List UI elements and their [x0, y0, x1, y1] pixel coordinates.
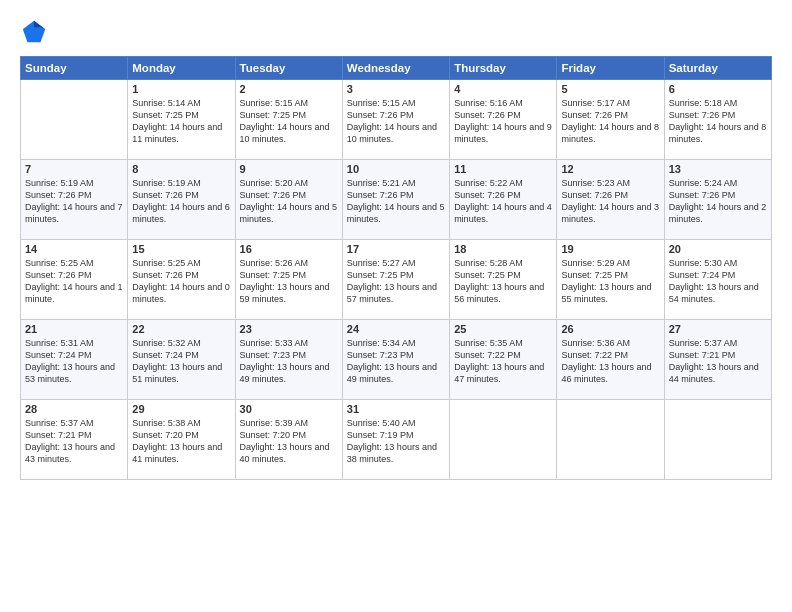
day-number: 22 [132, 323, 230, 335]
calendar-week-row: 14Sunrise: 5:25 AMSunset: 7:26 PMDayligh… [21, 240, 772, 320]
day-number: 29 [132, 403, 230, 415]
calendar-week-row: 1Sunrise: 5:14 AMSunset: 7:25 PMDaylight… [21, 80, 772, 160]
calendar-cell: 7Sunrise: 5:19 AMSunset: 7:26 PMDaylight… [21, 160, 128, 240]
day-number: 26 [561, 323, 659, 335]
calendar-week-row: 28Sunrise: 5:37 AMSunset: 7:21 PMDayligh… [21, 400, 772, 480]
day-info: Sunrise: 5:30 AMSunset: 7:24 PMDaylight:… [669, 257, 767, 306]
calendar-cell: 6Sunrise: 5:18 AMSunset: 7:26 PMDaylight… [664, 80, 771, 160]
logo-icon [20, 18, 48, 46]
day-info: Sunrise: 5:15 AMSunset: 7:26 PMDaylight:… [347, 97, 445, 146]
day-number: 25 [454, 323, 552, 335]
day-info: Sunrise: 5:26 AMSunset: 7:25 PMDaylight:… [240, 257, 338, 306]
day-info: Sunrise: 5:31 AMSunset: 7:24 PMDaylight:… [25, 337, 123, 386]
calendar-cell: 20Sunrise: 5:30 AMSunset: 7:24 PMDayligh… [664, 240, 771, 320]
day-number: 12 [561, 163, 659, 175]
day-info: Sunrise: 5:36 AMSunset: 7:22 PMDaylight:… [561, 337, 659, 386]
day-number: 17 [347, 243, 445, 255]
calendar-cell: 4Sunrise: 5:16 AMSunset: 7:26 PMDaylight… [450, 80, 557, 160]
calendar-cell [21, 80, 128, 160]
day-info: Sunrise: 5:27 AMSunset: 7:25 PMDaylight:… [347, 257, 445, 306]
day-number: 9 [240, 163, 338, 175]
calendar-cell [450, 400, 557, 480]
day-info: Sunrise: 5:32 AMSunset: 7:24 PMDaylight:… [132, 337, 230, 386]
day-info: Sunrise: 5:29 AMSunset: 7:25 PMDaylight:… [561, 257, 659, 306]
day-number: 7 [25, 163, 123, 175]
day-number: 20 [669, 243, 767, 255]
calendar-cell: 10Sunrise: 5:21 AMSunset: 7:26 PMDayligh… [342, 160, 449, 240]
calendar-cell: 9Sunrise: 5:20 AMSunset: 7:26 PMDaylight… [235, 160, 342, 240]
calendar-cell: 1Sunrise: 5:14 AMSunset: 7:25 PMDaylight… [128, 80, 235, 160]
calendar-cell: 16Sunrise: 5:26 AMSunset: 7:25 PMDayligh… [235, 240, 342, 320]
day-number: 31 [347, 403, 445, 415]
day-info: Sunrise: 5:40 AMSunset: 7:19 PMDaylight:… [347, 417, 445, 466]
day-info: Sunrise: 5:18 AMSunset: 7:26 PMDaylight:… [669, 97, 767, 146]
day-info: Sunrise: 5:19 AMSunset: 7:26 PMDaylight:… [25, 177, 123, 226]
day-info: Sunrise: 5:16 AMSunset: 7:26 PMDaylight:… [454, 97, 552, 146]
calendar-cell: 14Sunrise: 5:25 AMSunset: 7:26 PMDayligh… [21, 240, 128, 320]
day-info: Sunrise: 5:37 AMSunset: 7:21 PMDaylight:… [25, 417, 123, 466]
day-info: Sunrise: 5:33 AMSunset: 7:23 PMDaylight:… [240, 337, 338, 386]
weekday-header: Saturday [664, 57, 771, 80]
calendar-cell: 29Sunrise: 5:38 AMSunset: 7:20 PMDayligh… [128, 400, 235, 480]
day-info: Sunrise: 5:19 AMSunset: 7:26 PMDaylight:… [132, 177, 230, 226]
day-info: Sunrise: 5:38 AMSunset: 7:20 PMDaylight:… [132, 417, 230, 466]
day-info: Sunrise: 5:17 AMSunset: 7:26 PMDaylight:… [561, 97, 659, 146]
day-info: Sunrise: 5:22 AMSunset: 7:26 PMDaylight:… [454, 177, 552, 226]
calendar-cell: 31Sunrise: 5:40 AMSunset: 7:19 PMDayligh… [342, 400, 449, 480]
day-number: 16 [240, 243, 338, 255]
calendar-cell: 26Sunrise: 5:36 AMSunset: 7:22 PMDayligh… [557, 320, 664, 400]
day-info: Sunrise: 5:35 AMSunset: 7:22 PMDaylight:… [454, 337, 552, 386]
day-number: 10 [347, 163, 445, 175]
calendar-cell: 11Sunrise: 5:22 AMSunset: 7:26 PMDayligh… [450, 160, 557, 240]
calendar-cell: 17Sunrise: 5:27 AMSunset: 7:25 PMDayligh… [342, 240, 449, 320]
calendar-cell: 28Sunrise: 5:37 AMSunset: 7:21 PMDayligh… [21, 400, 128, 480]
header-row: SundayMondayTuesdayWednesdayThursdayFrid… [21, 57, 772, 80]
weekday-header: Tuesday [235, 57, 342, 80]
calendar-cell: 19Sunrise: 5:29 AMSunset: 7:25 PMDayligh… [557, 240, 664, 320]
weekday-header: Monday [128, 57, 235, 80]
day-number: 21 [25, 323, 123, 335]
day-number: 3 [347, 83, 445, 95]
day-info: Sunrise: 5:34 AMSunset: 7:23 PMDaylight:… [347, 337, 445, 386]
day-number: 15 [132, 243, 230, 255]
calendar-cell: 2Sunrise: 5:15 AMSunset: 7:25 PMDaylight… [235, 80, 342, 160]
day-info: Sunrise: 5:37 AMSunset: 7:21 PMDaylight:… [669, 337, 767, 386]
day-number: 1 [132, 83, 230, 95]
day-number: 8 [132, 163, 230, 175]
calendar-cell: 24Sunrise: 5:34 AMSunset: 7:23 PMDayligh… [342, 320, 449, 400]
calendar-cell: 12Sunrise: 5:23 AMSunset: 7:26 PMDayligh… [557, 160, 664, 240]
calendar-week-row: 21Sunrise: 5:31 AMSunset: 7:24 PMDayligh… [21, 320, 772, 400]
weekday-header: Friday [557, 57, 664, 80]
weekday-header: Wednesday [342, 57, 449, 80]
calendar-cell: 13Sunrise: 5:24 AMSunset: 7:26 PMDayligh… [664, 160, 771, 240]
calendar-cell: 25Sunrise: 5:35 AMSunset: 7:22 PMDayligh… [450, 320, 557, 400]
day-number: 18 [454, 243, 552, 255]
day-number: 19 [561, 243, 659, 255]
calendar-cell: 18Sunrise: 5:28 AMSunset: 7:25 PMDayligh… [450, 240, 557, 320]
day-info: Sunrise: 5:28 AMSunset: 7:25 PMDaylight:… [454, 257, 552, 306]
page: SundayMondayTuesdayWednesdayThursdayFrid… [0, 0, 792, 612]
calendar-cell: 27Sunrise: 5:37 AMSunset: 7:21 PMDayligh… [664, 320, 771, 400]
day-number: 28 [25, 403, 123, 415]
day-info: Sunrise: 5:25 AMSunset: 7:26 PMDaylight:… [132, 257, 230, 306]
calendar-cell: 5Sunrise: 5:17 AMSunset: 7:26 PMDaylight… [557, 80, 664, 160]
day-info: Sunrise: 5:25 AMSunset: 7:26 PMDaylight:… [25, 257, 123, 306]
header [20, 18, 772, 46]
calendar-table: SundayMondayTuesdayWednesdayThursdayFrid… [20, 56, 772, 480]
day-number: 6 [669, 83, 767, 95]
day-info: Sunrise: 5:24 AMSunset: 7:26 PMDaylight:… [669, 177, 767, 226]
day-number: 4 [454, 83, 552, 95]
day-number: 5 [561, 83, 659, 95]
day-number: 14 [25, 243, 123, 255]
day-info: Sunrise: 5:39 AMSunset: 7:20 PMDaylight:… [240, 417, 338, 466]
day-number: 13 [669, 163, 767, 175]
logo [20, 18, 52, 46]
day-info: Sunrise: 5:21 AMSunset: 7:26 PMDaylight:… [347, 177, 445, 226]
day-info: Sunrise: 5:15 AMSunset: 7:25 PMDaylight:… [240, 97, 338, 146]
day-info: Sunrise: 5:20 AMSunset: 7:26 PMDaylight:… [240, 177, 338, 226]
day-info: Sunrise: 5:14 AMSunset: 7:25 PMDaylight:… [132, 97, 230, 146]
day-number: 27 [669, 323, 767, 335]
calendar-cell: 8Sunrise: 5:19 AMSunset: 7:26 PMDaylight… [128, 160, 235, 240]
day-number: 2 [240, 83, 338, 95]
day-number: 30 [240, 403, 338, 415]
